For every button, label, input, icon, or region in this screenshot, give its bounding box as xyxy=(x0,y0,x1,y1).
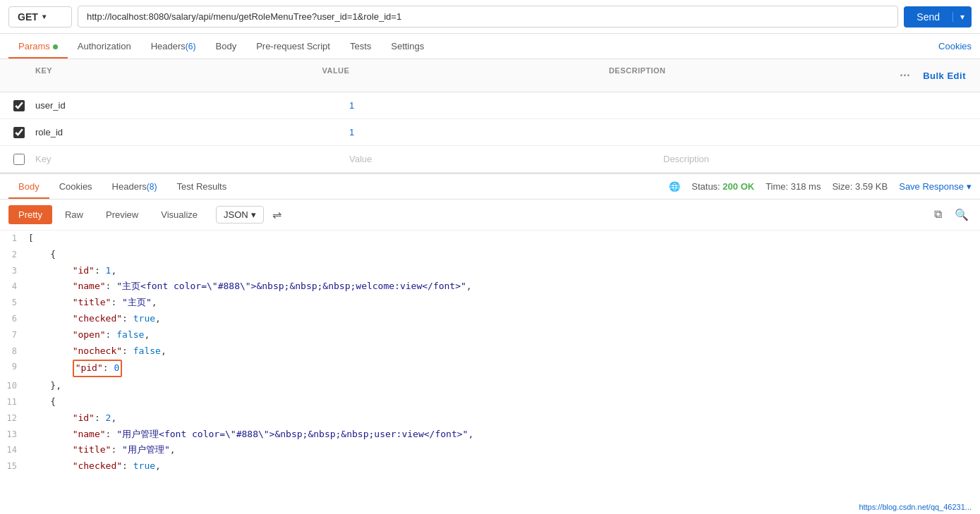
line-content: [ xyxy=(28,231,980,246)
search-icon[interactable]: 🔍 xyxy=(952,205,972,224)
format-tab-pretty[interactable]: Pretty xyxy=(8,205,52,224)
param-checkbox-placeholder[interactable] xyxy=(8,154,30,165)
col-description: DESCRIPTION xyxy=(603,62,890,89)
method-label: GET xyxy=(18,11,38,23)
code-line-1: 1[ xyxy=(0,231,980,247)
tab-headers[interactable]: Headers(6) xyxy=(141,34,206,59)
url-input[interactable] xyxy=(78,6,898,27)
save-response-button[interactable]: Save Response ▾ xyxy=(899,181,972,192)
line-content: "title": "用户管理", xyxy=(28,443,980,458)
format-select-chevron: ▾ xyxy=(251,209,256,220)
tab-authorization[interactable]: Authorization xyxy=(68,34,141,59)
line-number: 9 xyxy=(0,360,28,374)
resp-tab-cookies[interactable]: Cookies xyxy=(49,174,102,199)
line-content: "name": "主页<font color=\"#888\">&nbsp;&n… xyxy=(28,279,980,294)
resp-toolbar-right: ⧉ 🔍 xyxy=(931,205,972,224)
param-desc-user-id xyxy=(658,103,972,109)
param-value-user-id[interactable]: 1 xyxy=(344,97,658,114)
line-number: 15 xyxy=(0,459,28,473)
line-content: "open": false, xyxy=(28,328,980,343)
params-table-header: KEY VALUE DESCRIPTION ··· Bulk Edit xyxy=(0,59,980,92)
footer-url: https://blog.csdn.net/qq_46231... xyxy=(859,503,972,511)
status-label: Status: 200 OK xyxy=(691,181,754,192)
line-number: 3 xyxy=(0,264,28,278)
tab-settings[interactable]: Settings xyxy=(381,34,434,59)
request-tabs: Params Authorization Headers(6) Body Pre… xyxy=(0,34,980,59)
line-content: { xyxy=(28,395,980,410)
format-tab-visualize[interactable]: Visualize xyxy=(151,205,207,224)
format-tab-raw[interactable]: Raw xyxy=(55,205,93,224)
line-content: { xyxy=(28,247,980,262)
line-number: 10 xyxy=(0,379,28,393)
line-number: 6 xyxy=(0,312,28,326)
line-number: 8 xyxy=(0,344,28,358)
col-value: VALUE xyxy=(316,62,603,89)
cookies-link[interactable]: Cookies xyxy=(938,41,972,51)
line-number: 2 xyxy=(0,247,28,262)
param-value-placeholder[interactable]: Value xyxy=(344,151,658,167)
more-options-button[interactable]: ··· xyxy=(895,66,914,85)
format-type-select[interactable]: JSON ▾ xyxy=(216,206,264,224)
code-line-3: 3 "id": 1, xyxy=(0,263,980,279)
param-key-placeholder[interactable]: Key xyxy=(30,151,344,167)
line-content: "checked": true, xyxy=(28,459,980,474)
format-tab-preview[interactable]: Preview xyxy=(96,205,148,224)
send-dropdown-icon[interactable]: ▾ xyxy=(952,12,972,22)
code-line-12: 12 "id": 2, xyxy=(0,410,980,427)
size-label: Size: 3.59 KB xyxy=(832,181,888,192)
line-content: }, xyxy=(28,379,980,393)
resp-tab-headers[interactable]: Headers(8) xyxy=(102,174,167,199)
code-area[interactable]: 1[2 {3 "id": 1,4 "name": "主页<font color=… xyxy=(0,231,980,484)
line-number: 1 xyxy=(0,231,28,245)
code-line-13: 13 "name": "用户管理<font color=\"#888\">&nb… xyxy=(0,427,980,443)
method-chevron-icon: ▾ xyxy=(42,13,46,20)
save-response-chevron: ▾ xyxy=(967,181,972,192)
line-number: 4 xyxy=(0,279,28,293)
copy-icon[interactable]: ⧉ xyxy=(931,205,945,224)
send-button[interactable]: Send ▾ xyxy=(904,6,972,27)
response-status-area: 🌐 Status: 200 OK Time: 318 ms Size: 3.59… xyxy=(669,181,972,192)
code-line-4: 4 "name": "主页<font color=\"#888\">&nbsp;… xyxy=(0,279,980,295)
globe-icon: 🌐 xyxy=(669,181,680,192)
param-key-user-id[interactable]: user_id xyxy=(30,97,344,114)
send-label: Send xyxy=(904,11,952,23)
tab-tests[interactable]: Tests xyxy=(340,34,381,59)
code-line-15: 15 "checked": true, xyxy=(0,458,980,475)
line-number: 11 xyxy=(0,395,28,409)
params-active-dot xyxy=(53,44,58,49)
time-label: Time: 318 ms xyxy=(766,181,821,192)
param-checkbox-user-id[interactable] xyxy=(8,100,30,111)
line-content: "id": 1, xyxy=(28,264,980,279)
resp-tab-body[interactable]: Body xyxy=(8,174,49,199)
param-desc-placeholder[interactable]: Description xyxy=(658,151,972,167)
wrap-icon[interactable]: ⇌ xyxy=(272,208,282,221)
tab-prerequest[interactable]: Pre-request Script xyxy=(246,34,340,59)
param-row-user-id: user_id 1 xyxy=(0,92,980,119)
param-key-role-id[interactable]: role_id xyxy=(30,124,344,140)
code-line-10: 10 }, xyxy=(0,378,980,394)
code-line-8: 8 "nocheck": false, xyxy=(0,343,980,360)
line-content: "checked": true, xyxy=(28,312,980,326)
line-number: 7 xyxy=(0,328,28,342)
col-check xyxy=(8,62,30,89)
tab-params[interactable]: Params xyxy=(8,34,68,59)
bulk-edit-area: ··· Bulk Edit xyxy=(890,62,972,89)
resp-tab-test-results[interactable]: Test Results xyxy=(167,174,236,199)
url-bar: GET ▾ Send ▾ xyxy=(0,0,980,34)
param-value-role-id[interactable]: 1 xyxy=(344,124,658,140)
bulk-edit-button[interactable]: Bulk Edit xyxy=(923,71,966,81)
tab-body[interactable]: Body xyxy=(206,34,247,59)
code-line-7: 7 "open": false, xyxy=(0,327,980,343)
line-number: 14 xyxy=(0,443,28,457)
code-line-5: 5 "title": "主页", xyxy=(0,295,980,311)
response-section: Body Cookies Headers(8) Test Results 🌐 S… xyxy=(0,173,980,484)
line-content: "pid": 0 xyxy=(28,360,980,377)
col-key: KEY xyxy=(30,62,316,89)
line-number: 12 xyxy=(0,411,28,425)
method-select[interactable]: GET ▾ xyxy=(8,6,72,27)
param-checkbox-role-id[interactable] xyxy=(8,127,30,138)
response-tabs-bar: Body Cookies Headers(8) Test Results 🌐 S… xyxy=(0,174,980,200)
code-line-14: 14 "title": "用户管理", xyxy=(0,442,980,458)
param-desc-role-id xyxy=(658,130,972,135)
param-row-role-id: role_id 1 xyxy=(0,119,980,146)
